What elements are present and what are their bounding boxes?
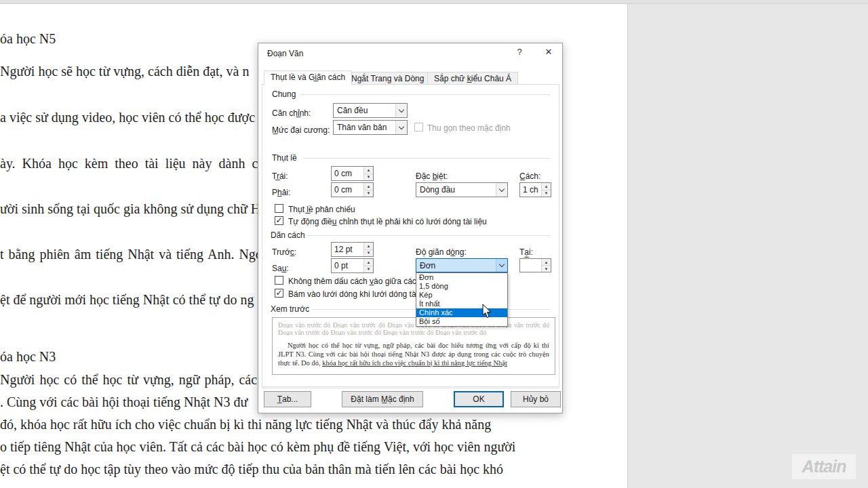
outline-level-value: Thân văn bản: [334, 121, 395, 134]
watermark-label: Attain: [802, 457, 846, 476]
line-spacing-combobox[interactable]: Đơn: [416, 258, 508, 272]
dropdown-option-boi-so[interactable]: Bội số: [416, 317, 507, 326]
spacing-after-label: Sau̲:: [272, 264, 289, 273]
spinner-arrows[interactable]: ▲▼: [363, 167, 373, 180]
alignment-combobox[interactable]: Căn đều: [333, 103, 408, 118]
spinner-arrows[interactable]: ▲▼: [363, 183, 373, 197]
spin-down-icon[interactable]: ▼: [364, 174, 373, 181]
spin-down-icon[interactable]: ▼: [364, 266, 373, 273]
tab-indents-spacing[interactable]: Thụt lề và Gi̲ãn cách: [264, 70, 352, 85]
at-value: [520, 259, 541, 272]
spin-down-icon[interactable]: ▼: [364, 190, 373, 197]
spinner-arrows[interactable]: ▲▼: [363, 243, 373, 256]
help-icon[interactable]: ?: [513, 47, 526, 59]
group-general-caption: Chung: [272, 89, 296, 99]
dropdown-option-chinh-xac[interactable]: Chính xác: [416, 308, 507, 317]
tabs-button[interactable]: T̲ab...: [264, 391, 311, 407]
ok-button[interactable]: OK: [454, 391, 504, 407]
group-divider: [307, 235, 550, 236]
special-value: Dòng đầu: [416, 183, 496, 197]
doc-line: óa học N3: [0, 349, 56, 365]
spin-down-icon[interactable]: ▼: [542, 190, 551, 197]
special-combobox[interactable]: Dòng đầu: [416, 182, 508, 197]
close-icon[interactable]: ✕: [542, 47, 555, 59]
outline-level-combobox[interactable]: Thân văn bản: [333, 120, 408, 135]
auto-adjust-checkbox[interactable]: [275, 216, 283, 225]
tab-asian-typography[interactable]: Sắp chữ k̲iểu Châu Á: [427, 72, 518, 85]
spin-up-icon[interactable]: ▲: [364, 243, 373, 250]
group-spacing-caption: Dãn cách: [271, 230, 305, 240]
at-spinner[interactable]: ▲▼: [519, 258, 551, 272]
indent-left-value: 0 cm: [332, 167, 363, 180]
spacing-before-spinner[interactable]: 12 pt ▲▼: [331, 242, 374, 257]
outline-level-label: M̲ức đại cương:: [272, 125, 330, 135]
snap-to-grid-checkbox[interactable]: [275, 289, 283, 298]
preview-previous-text: Đoạn văn trước đó Đoạn văn trước đó Đoạn…: [278, 321, 549, 336]
preview-box: Đoạn văn trước đó Đoạn văn trước đó Đoạn…: [272, 317, 555, 375]
snap-to-grid-label[interactable]: Bám vào lưới dóng khi lưới dóng tài l: [288, 289, 422, 299]
doc-line: o tiếp tiêng Nhật của học viên. Tất cả c…: [0, 439, 515, 455]
spin-down-icon[interactable]: ▼: [542, 266, 551, 272]
chevron-down-icon[interactable]: [395, 121, 407, 134]
indent-left-label: Tr̲ái:: [272, 171, 288, 181]
screen: óa học N5 Người học sẽ học từ vựng, cách…: [0, 0, 868, 488]
spin-up-icon[interactable]: ▲: [364, 183, 373, 190]
doc-line: a việc sử dụng video, học viên có thể họ…: [0, 110, 255, 125]
spacing-after-spinner[interactable]: 0 pt ▲▼: [331, 258, 374, 273]
dropdown-option-don[interactable]: Đơn: [416, 273, 507, 282]
no-space-between-checkbox[interactable]: [275, 276, 283, 285]
paragraph-dialog: Đoạn Văn ? ✕ Thụt lề và Gi̲ãn cách Ng̲ắt…: [258, 43, 563, 413]
set-default-button[interactable]: Đặt làm M̲ặc định: [342, 391, 423, 407]
spinner-arrows[interactable]: ▲▼: [363, 259, 373, 272]
attain-watermark: Attain: [792, 454, 856, 479]
mouse-cursor-icon: [482, 304, 492, 321]
dropdown-option-kep[interactable]: Kép: [416, 291, 507, 300]
spin-up-icon[interactable]: ▲: [364, 259, 373, 266]
preview-current-underlined: khóa học rất hữu ích cho việc chuẩn bị k…: [322, 359, 507, 367]
indent-left-spinner[interactable]: 0 cm ▲▼: [331, 166, 374, 181]
chevron-down-icon[interactable]: [496, 183, 507, 197]
auto-adjust-label[interactable]: Tự động điều̲ chỉnh thụt lề phải khi có …: [288, 217, 487, 226]
spacing-before-value: 12 pt: [332, 243, 363, 256]
dropdown-option-1-5-dong[interactable]: 1,5 dòng: [416, 282, 507, 291]
line-spacing-label: Độ giãn dò̲ng:: [416, 247, 467, 257]
indent-right-label: Ph̲ải:: [272, 188, 290, 197]
dialog-title: Đoạn Văn: [267, 49, 303, 58]
by-value: 1 ch: [520, 183, 541, 197]
dropdown-option-it-nhat[interactable]: Ít nhất: [416, 300, 507, 308]
group-divider: [300, 94, 550, 95]
indent-right-value: 0 cm: [332, 183, 363, 197]
app-background: [629, 4, 868, 488]
mirror-indents-checkbox[interactable]: [275, 204, 283, 213]
doc-line: Người học sẽ học từ vựng, cách diễn đạt,…: [0, 64, 249, 79]
chevron-down-icon[interactable]: [395, 104, 407, 117]
doc-line: ày. Khóa học kèm theo tài liệu này dành …: [0, 156, 271, 171]
mirror-indents-label[interactable]: Thụt l̲ề phản chiếu: [288, 205, 355, 214]
group-preview-caption: Xem trước: [271, 304, 309, 314]
spin-down-icon[interactable]: ▼: [364, 250, 373, 257]
group-indentation-caption: Thụt lề: [272, 153, 297, 163]
collapsed-by-default-label: Thu gọn theo mặc định: [427, 123, 511, 133]
spinner-arrows[interactable]: ▲▼: [541, 183, 551, 197]
cancel-button[interactable]: Hủy bỏ: [511, 391, 561, 407]
spin-up-icon[interactable]: ▲: [542, 183, 551, 190]
special-label: Đặc b̲iệt:: [416, 171, 448, 181]
by-spinner[interactable]: 1 ch ▲▼: [519, 182, 551, 197]
at-label: Tạ̲i:: [519, 247, 533, 257]
collapsed-by-default-checkbox: [414, 123, 423, 131]
preview-current-text: Người học có thể học từ vựng, ngữ pháp, …: [278, 341, 549, 367]
spacing-before-label: Trước̲:: [272, 247, 296, 257]
chevron-down-icon[interactable]: [496, 259, 507, 272]
footer-divider: [262, 388, 559, 388]
doc-line: óa học N5: [0, 31, 56, 47]
doc-line: ệt để người mới học tiếng Nhật có thể tự…: [0, 292, 254, 308]
tab-line-page-breaks[interactable]: Ng̲ắt Trang và Dòng: [344, 72, 431, 85]
indent-right-spinner[interactable]: 0 cm ▲▼: [331, 182, 374, 197]
doc-line: t bằng phiên âm tiếng Nhật và tiếng Anh.…: [0, 247, 262, 262]
no-space-between-label[interactable]: Không thêm dấu cách v̲ào giữa các đ: [288, 277, 423, 286]
line-spacing-value: Đơn: [416, 259, 496, 272]
spin-up-icon[interactable]: ▲: [542, 259, 551, 266]
doc-line: đó, khóa học rất hữu ích cho việc chuẩn …: [0, 417, 491, 432]
spin-up-icon[interactable]: ▲: [364, 167, 373, 174]
spinner-arrows[interactable]: ▲▼: [541, 259, 551, 272]
